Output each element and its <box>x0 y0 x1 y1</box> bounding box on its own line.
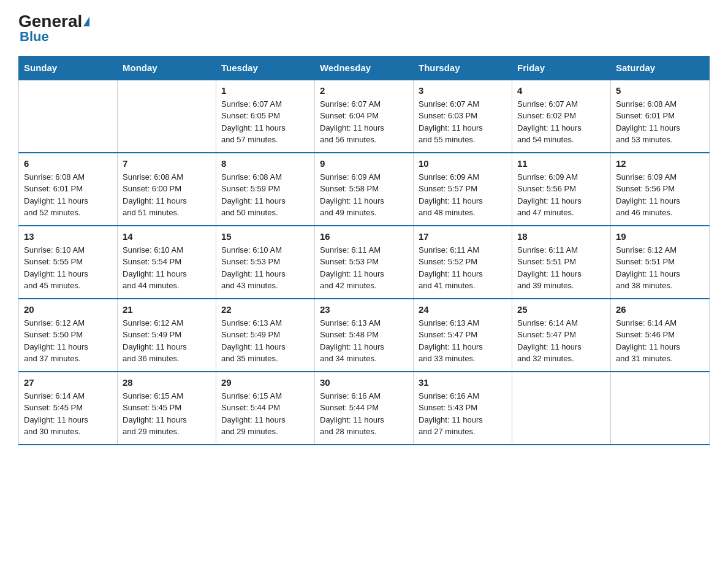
day-number: 24 <box>419 304 507 315</box>
day-info: Sunrise: 6:11 AM Sunset: 5:52 PM Dayligh… <box>419 244 507 292</box>
day-info: Sunrise: 6:10 AM Sunset: 5:54 PM Dayligh… <box>123 244 211 292</box>
calendar-day-14: 14Sunrise: 6:10 AM Sunset: 5:54 PM Dayli… <box>118 226 216 299</box>
calendar-header-friday: Friday <box>512 56 611 80</box>
day-number: 6 <box>24 158 112 169</box>
day-info: Sunrise: 6:14 AM Sunset: 5:47 PM Dayligh… <box>517 317 605 365</box>
day-number: 29 <box>221 377 309 388</box>
day-info: Sunrise: 6:09 AM Sunset: 5:56 PM Dayligh… <box>616 171 704 219</box>
day-info: Sunrise: 6:07 AM Sunset: 6:04 PM Dayligh… <box>320 98 408 146</box>
header: General Blue <box>18 12 710 45</box>
day-info: Sunrise: 6:16 AM Sunset: 5:43 PM Dayligh… <box>419 390 507 438</box>
day-number: 25 <box>517 304 605 315</box>
calendar-day-13: 13Sunrise: 6:10 AM Sunset: 5:55 PM Dayli… <box>19 226 118 299</box>
calendar-header-monday: Monday <box>118 56 216 80</box>
calendar-day-23: 23Sunrise: 6:13 AM Sunset: 5:48 PM Dayli… <box>315 299 414 372</box>
day-number: 18 <box>517 231 605 242</box>
calendar-day-8: 8Sunrise: 6:08 AM Sunset: 5:59 PM Daylig… <box>216 153 315 226</box>
day-number: 7 <box>123 158 211 169</box>
calendar-week-row: 1Sunrise: 6:07 AM Sunset: 6:05 PM Daylig… <box>19 80 710 153</box>
day-number: 31 <box>419 377 507 388</box>
calendar-week-row: 20Sunrise: 6:12 AM Sunset: 5:50 PM Dayli… <box>19 299 710 372</box>
logo: General Blue <box>18 12 89 45</box>
day-info: Sunrise: 6:09 AM Sunset: 5:57 PM Dayligh… <box>419 171 507 219</box>
calendar-day-25: 25Sunrise: 6:14 AM Sunset: 5:47 PM Dayli… <box>512 299 611 372</box>
calendar-day-9: 9Sunrise: 6:09 AM Sunset: 5:58 PM Daylig… <box>315 153 414 226</box>
calendar-day-5: 5Sunrise: 6:08 AM Sunset: 6:01 PM Daylig… <box>611 80 710 153</box>
calendar-empty-cell <box>19 80 118 153</box>
day-number: 28 <box>123 377 211 388</box>
day-info: Sunrise: 6:12 AM Sunset: 5:49 PM Dayligh… <box>123 317 211 365</box>
day-number: 26 <box>616 304 704 315</box>
calendar-day-21: 21Sunrise: 6:12 AM Sunset: 5:49 PM Dayli… <box>118 299 216 372</box>
calendar-day-6: 6Sunrise: 6:08 AM Sunset: 6:01 PM Daylig… <box>19 153 118 226</box>
day-info: Sunrise: 6:11 AM Sunset: 5:53 PM Dayligh… <box>320 244 408 292</box>
calendar-week-row: 6Sunrise: 6:08 AM Sunset: 6:01 PM Daylig… <box>19 153 710 226</box>
calendar-day-17: 17Sunrise: 6:11 AM Sunset: 5:52 PM Dayli… <box>414 226 512 299</box>
calendar-day-27: 27Sunrise: 6:14 AM Sunset: 5:45 PM Dayli… <box>19 372 118 445</box>
logo-triangle-icon <box>83 17 89 26</box>
day-info: Sunrise: 6:08 AM Sunset: 5:59 PM Dayligh… <box>221 171 309 219</box>
day-number: 8 <box>221 158 309 169</box>
day-number: 17 <box>419 231 507 242</box>
day-number: 19 <box>616 231 704 242</box>
day-number: 4 <box>517 85 605 96</box>
day-number: 27 <box>24 377 112 388</box>
calendar-table: SundayMondayTuesdayWednesdayThursdayFrid… <box>18 56 710 445</box>
day-info: Sunrise: 6:11 AM Sunset: 5:51 PM Dayligh… <box>517 244 605 292</box>
day-info: Sunrise: 6:07 AM Sunset: 6:03 PM Dayligh… <box>419 98 507 146</box>
day-number: 15 <box>221 231 309 242</box>
calendar-day-2: 2Sunrise: 6:07 AM Sunset: 6:04 PM Daylig… <box>315 80 414 153</box>
calendar-day-3: 3Sunrise: 6:07 AM Sunset: 6:03 PM Daylig… <box>414 80 512 153</box>
calendar-week-row: 13Sunrise: 6:10 AM Sunset: 5:55 PM Dayli… <box>19 226 710 299</box>
day-number: 14 <box>123 231 211 242</box>
calendar-header-sunday: Sunday <box>19 56 118 80</box>
calendar-header-wednesday: Wednesday <box>315 56 414 80</box>
calendar-day-16: 16Sunrise: 6:11 AM Sunset: 5:53 PM Dayli… <box>315 226 414 299</box>
calendar-day-18: 18Sunrise: 6:11 AM Sunset: 5:51 PM Dayli… <box>512 226 611 299</box>
day-info: Sunrise: 6:10 AM Sunset: 5:55 PM Dayligh… <box>24 244 112 292</box>
calendar-day-28: 28Sunrise: 6:15 AM Sunset: 5:45 PM Dayli… <box>118 372 216 445</box>
day-info: Sunrise: 6:15 AM Sunset: 5:45 PM Dayligh… <box>123 390 211 438</box>
calendar-day-31: 31Sunrise: 6:16 AM Sunset: 5:43 PM Dayli… <box>414 372 512 445</box>
calendar-day-15: 15Sunrise: 6:10 AM Sunset: 5:53 PM Dayli… <box>216 226 315 299</box>
day-info: Sunrise: 6:15 AM Sunset: 5:44 PM Dayligh… <box>221 390 309 438</box>
day-info: Sunrise: 6:08 AM Sunset: 6:01 PM Dayligh… <box>24 171 112 219</box>
calendar-day-4: 4Sunrise: 6:07 AM Sunset: 6:02 PM Daylig… <box>512 80 611 153</box>
day-number: 22 <box>221 304 309 315</box>
calendar-day-22: 22Sunrise: 6:13 AM Sunset: 5:49 PM Dayli… <box>216 299 315 372</box>
logo-blue: Blue <box>20 29 49 45</box>
day-info: Sunrise: 6:16 AM Sunset: 5:44 PM Dayligh… <box>320 390 408 438</box>
calendar-header-row: SundayMondayTuesdayWednesdayThursdayFrid… <box>19 56 710 80</box>
day-number: 23 <box>320 304 408 315</box>
day-info: Sunrise: 6:09 AM Sunset: 5:58 PM Dayligh… <box>320 171 408 219</box>
calendar-day-12: 12Sunrise: 6:09 AM Sunset: 5:56 PM Dayli… <box>611 153 710 226</box>
day-info: Sunrise: 6:12 AM Sunset: 5:50 PM Dayligh… <box>24 317 112 365</box>
day-number: 3 <box>419 85 507 96</box>
day-info: Sunrise: 6:13 AM Sunset: 5:47 PM Dayligh… <box>419 317 507 365</box>
day-number: 30 <box>320 377 408 388</box>
calendar-day-1: 1Sunrise: 6:07 AM Sunset: 6:05 PM Daylig… <box>216 80 315 153</box>
day-info: Sunrise: 6:07 AM Sunset: 6:02 PM Dayligh… <box>517 98 605 146</box>
calendar-header-tuesday: Tuesday <box>216 56 315 80</box>
calendar-day-24: 24Sunrise: 6:13 AM Sunset: 5:47 PM Dayli… <box>414 299 512 372</box>
calendar-day-30: 30Sunrise: 6:16 AM Sunset: 5:44 PM Dayli… <box>315 372 414 445</box>
day-number: 21 <box>123 304 211 315</box>
calendar-day-19: 19Sunrise: 6:12 AM Sunset: 5:51 PM Dayli… <box>611 226 710 299</box>
day-info: Sunrise: 6:09 AM Sunset: 5:56 PM Dayligh… <box>517 171 605 219</box>
calendar-week-row: 27Sunrise: 6:14 AM Sunset: 5:45 PM Dayli… <box>19 372 710 445</box>
calendar-day-26: 26Sunrise: 6:14 AM Sunset: 5:46 PM Dayli… <box>611 299 710 372</box>
day-info: Sunrise: 6:14 AM Sunset: 5:45 PM Dayligh… <box>24 390 112 438</box>
day-number: 12 <box>616 158 704 169</box>
day-number: 16 <box>320 231 408 242</box>
day-number: 13 <box>24 231 112 242</box>
calendar-empty-cell <box>118 80 216 153</box>
calendar-header-thursday: Thursday <box>414 56 512 80</box>
day-number: 2 <box>320 85 408 96</box>
day-info: Sunrise: 6:08 AM Sunset: 6:00 PM Dayligh… <box>123 171 211 219</box>
day-info: Sunrise: 6:13 AM Sunset: 5:48 PM Dayligh… <box>320 317 408 365</box>
day-number: 10 <box>419 158 507 169</box>
calendar-empty-cell <box>512 372 611 445</box>
day-number: 20 <box>24 304 112 315</box>
day-number: 9 <box>320 158 408 169</box>
day-info: Sunrise: 6:14 AM Sunset: 5:46 PM Dayligh… <box>616 317 704 365</box>
